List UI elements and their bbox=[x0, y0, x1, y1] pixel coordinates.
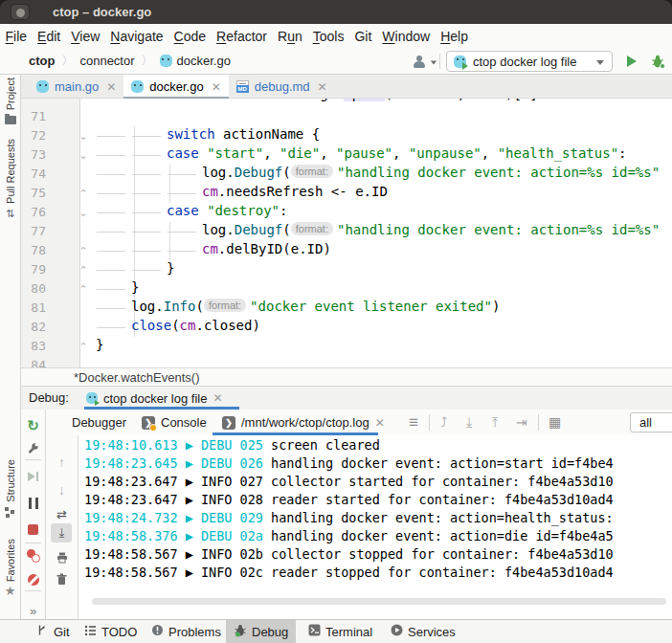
breadcrumb-item[interactable]: ctop bbox=[29, 54, 55, 68]
menu-file[interactable]: File bbox=[0, 29, 33, 44]
code-line: } bbox=[96, 337, 103, 356]
window-title: ctop – docker.go bbox=[53, 5, 151, 19]
settings-wrench-icon[interactable] bbox=[21, 441, 45, 458]
fold-marker-icon[interactable]: ⌃ bbox=[77, 184, 90, 203]
menu-tools[interactable]: Tools bbox=[307, 29, 349, 44]
restore-layout-icon[interactable]: ⇄ bbox=[46, 507, 78, 521]
tab-label: main.go bbox=[55, 79, 99, 94]
statusbar-item-debug[interactable]: Debug bbox=[226, 620, 296, 643]
statusbar-item-git[interactable]: Git bbox=[29, 620, 78, 643]
tab-console[interactable]: ❯ Console bbox=[142, 410, 207, 435]
close-tab-icon[interactable]: ✕ bbox=[212, 80, 221, 94]
breadcrumb-separator: 〉 bbox=[61, 53, 73, 69]
log-console[interactable]: 19:48:10.613 ▶ DEBU 025 screen cleared19… bbox=[78, 435, 672, 619]
code-editor[interactable]: actionName := strings.Split(e.Action, ":… bbox=[21, 99, 672, 367]
sidebar-item-pull-requests[interactable]: Pull Requests ⇅ bbox=[0, 139, 20, 220]
menu-code[interactable]: Code bbox=[168, 29, 211, 44]
close-tab-icon[interactable]: ✕ bbox=[106, 80, 116, 94]
menu-refactor[interactable]: Refactor bbox=[212, 29, 273, 44]
fold-marker-icon[interactable]: ⌄ bbox=[77, 126, 90, 145]
log-line: 19:48:23.647 ▶ INFO 028 reader started f… bbox=[84, 492, 614, 510]
breadcrumb-item[interactable]: connector bbox=[79, 54, 134, 68]
code-line: case "destroy": bbox=[96, 203, 287, 222]
run-config-combo[interactable]: ctop docker log file bbox=[446, 51, 613, 72]
debug-icon bbox=[234, 624, 247, 640]
editor-breadcrumb[interactable]: *Docker.watchEvents() bbox=[21, 367, 672, 387]
goto-cursor-icon[interactable]: ⇥ bbox=[516, 414, 527, 430]
menu-window[interactable]: Window bbox=[377, 29, 436, 44]
fold-marker-icon[interactable]: ⌃ bbox=[77, 337, 90, 356]
rerun-icon[interactable]: ↻ bbox=[21, 417, 45, 434]
statusbar-item-terminal[interactable]: Terminal bbox=[301, 620, 380, 643]
evaluate-grid-icon[interactable]: ▦ bbox=[549, 414, 561, 430]
menu-view[interactable]: View bbox=[66, 29, 105, 44]
todo-icon bbox=[84, 624, 97, 639]
clear-trash-icon[interactable] bbox=[46, 572, 78, 589]
close-tab-icon[interactable]: ✕ bbox=[318, 80, 327, 94]
fold-marker-icon[interactable]: ⌃ bbox=[77, 279, 90, 299]
line-number: 84 bbox=[21, 356, 46, 367]
view-options-icon[interactable]: ≡ bbox=[409, 413, 418, 432]
statusbar-item-todo[interactable]: TODO bbox=[77, 620, 145, 643]
editor-tab-main.go[interactable]: main.go✕ bbox=[29, 75, 123, 99]
scroll-up-stack-icon[interactable]: ⤴ bbox=[440, 414, 447, 430]
debug-panel-header: Debug: ctop docker log file ✕ bbox=[21, 387, 672, 410]
view-breakpoints-icon[interactable] bbox=[21, 549, 45, 566]
menu-edit[interactable]: Edit bbox=[33, 29, 66, 44]
menu-git[interactable]: Git bbox=[349, 29, 377, 44]
line-number: 81 bbox=[21, 299, 46, 318]
favorites-star-icon: ★ bbox=[5, 585, 16, 597]
resume-icon[interactable] bbox=[21, 469, 45, 486]
mute-breakpoints-icon[interactable] bbox=[21, 572, 45, 589]
close-session-icon[interactable]: ✕ bbox=[213, 391, 222, 405]
breadcrumb-item[interactable]: docker.go bbox=[177, 54, 231, 68]
stop-icon[interactable] bbox=[21, 521, 45, 539]
avatar-dropdown-icon[interactable] bbox=[430, 60, 437, 65]
sidebar-item-project[interactable]: Project bbox=[0, 78, 20, 124]
window-menu-button[interactable] bbox=[11, 4, 30, 20]
editor-tab-docker.go[interactable]: docker.go✕ bbox=[123, 75, 228, 99]
pause-icon[interactable] bbox=[21, 496, 45, 513]
menu-run[interactable]: Run bbox=[273, 29, 308, 44]
fold-marker-icon[interactable]: ⌄ bbox=[77, 203, 90, 222]
main-toolbar: ctop〉connector〉docker.go ctop docker log… bbox=[0, 48, 672, 75]
editor-tab-debug.md[interactable]: MDdebug.md✕ bbox=[229, 75, 335, 99]
more-actions-icon[interactable]: » bbox=[21, 604, 45, 618]
line-number: 76 bbox=[21, 203, 46, 222]
down-icon[interactable]: ↓ bbox=[46, 482, 78, 498]
fold-marker-icon[interactable]: ⌃ bbox=[77, 260, 90, 279]
line-number: 82 bbox=[21, 318, 46, 337]
scroll-to-end-icon[interactable]: ⤓ bbox=[46, 525, 78, 541]
menu-help[interactable]: Help bbox=[436, 29, 474, 44]
print-icon[interactable] bbox=[46, 550, 78, 567]
debug-actions-toolbar: ↻ » bbox=[21, 410, 46, 619]
console-tab-icon: ❯ bbox=[142, 416, 155, 430]
statusbar-item-services[interactable]: Services bbox=[383, 620, 463, 643]
status-bar: GitTODOProblemsDebugTerminalServices bbox=[0, 619, 672, 643]
code-line: log.Info(format:"docker event listener e… bbox=[96, 299, 500, 318]
close-log-tab-icon[interactable]: ✕ bbox=[375, 416, 385, 430]
console-hscrollbar[interactable] bbox=[92, 598, 666, 605]
statusbar-item-problems[interactable]: Problems bbox=[144, 620, 229, 643]
run-button[interactable] bbox=[627, 55, 637, 67]
code-line: } bbox=[96, 279, 139, 299]
user-avatar-icon[interactable] bbox=[412, 55, 427, 73]
toolbar-separator bbox=[439, 54, 440, 69]
up-icon[interactable]: ↑ bbox=[46, 455, 78, 470]
up-to-line-icon[interactable]: ⤒ bbox=[492, 414, 498, 431]
log-filter-combo[interactable]: all bbox=[630, 412, 672, 432]
fold-marker-icon[interactable]: ⌄ bbox=[77, 145, 90, 165]
tab-debugger[interactable]: Debugger bbox=[72, 410, 126, 435]
ide-window: ctop – docker.go FileEditViewNavigateCod… bbox=[0, 0, 672, 643]
sidebar-item-favorites[interactable]: Favorites ★ bbox=[0, 539, 20, 597]
log-line: 19:48:24.732 ▶ DEBU 029 handling docker … bbox=[84, 510, 614, 528]
menu-navigate[interactable]: Navigate bbox=[105, 29, 168, 44]
fold-marker-icon[interactable]: ⌃ bbox=[77, 241, 90, 260]
tab-log-file[interactable]: ❯ /mnt/work/ctop/ctop.log ✕ bbox=[222, 410, 385, 435]
breadcrumb-separator: 〉 bbox=[142, 53, 153, 69]
code-line: log.Debugf(format:"handling docker event… bbox=[96, 222, 660, 241]
editor-tab-bar: main.go✕docker.go✕MDdebug.md✕ bbox=[21, 75, 672, 99]
sidebar-item-structure[interactable]: Structure bbox=[0, 459, 20, 518]
down-to-line-icon[interactable]: ⤓ bbox=[466, 414, 472, 431]
debug-button[interactable] bbox=[650, 54, 665, 73]
